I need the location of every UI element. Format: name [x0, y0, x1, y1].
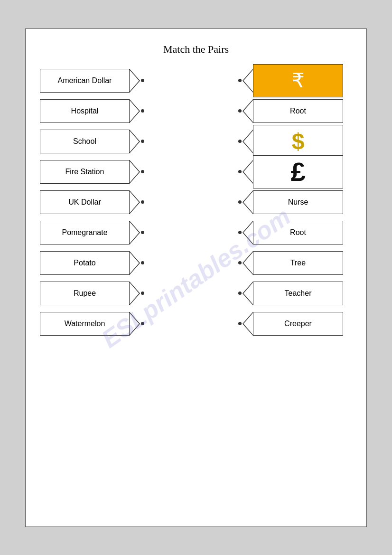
right-dot-8	[238, 292, 242, 295]
left-label-hospital: Hospital	[40, 99, 144, 123]
left-arrow-tip-3	[130, 130, 140, 153]
left-dot-7	[141, 261, 144, 264]
left-arrow-tip-inner	[130, 70, 139, 92]
pair-row-9: Watermelon Creeper	[40, 312, 352, 336]
right-arrow-tip-inner-3	[243, 131, 253, 152]
rupee-symbol-icon: ₹	[292, 69, 305, 92]
right-arrow-tip-inner-4	[243, 161, 253, 183]
right-arrow-tip-left-9	[243, 312, 253, 336]
left-label-pomegranate: Pomegranate	[40, 221, 144, 245]
left-dot	[141, 79, 144, 82]
right-arrow-tip-left	[243, 69, 253, 93]
left-label-school: School	[40, 130, 144, 153]
right-dot-4	[238, 170, 242, 173]
right-label-rupee-img: ₹	[238, 69, 352, 93]
right-dot	[238, 79, 242, 82]
right-box-nurse: Nurse	[253, 190, 343, 214]
right-label-tree: Tree	[238, 251, 352, 275]
left-arrow-tip-inner-9	[130, 313, 139, 335]
right-dot-2	[238, 109, 242, 113]
left-dot-3	[141, 140, 144, 143]
left-arrow-tip-inner-8	[130, 282, 139, 304]
left-label-potato: Potato	[40, 251, 144, 275]
left-dot-9	[141, 322, 144, 325]
right-label-nurse: Nurse	[238, 190, 352, 214]
left-dot-2	[141, 109, 144, 113]
left-box-watermelon: Watermelon	[40, 312, 130, 336]
right-label-pound-img: £	[238, 160, 352, 184]
pairs-container: American Dollar ₹	[40, 69, 352, 336]
pound-image-box: £	[253, 155, 343, 188]
left-arrow-tip-inner-4	[130, 161, 139, 183]
right-arrow-tip-left-6	[243, 221, 253, 245]
right-box-root-2: Root	[253, 221, 343, 245]
dollar-symbol-icon: $	[292, 128, 305, 154]
left-box-american-dollar: American Dollar	[40, 69, 130, 93]
right-arrow-tip-inner-5	[243, 191, 253, 213]
left-label-rupee: Rupee	[40, 282, 144, 305]
pair-row-6: Pomegranate Root	[40, 221, 352, 245]
right-label-teacher: Teacher	[238, 282, 352, 305]
pair-row-5: UK Dollar Nurse	[40, 190, 352, 214]
rupee-image-box: ₹	[253, 64, 343, 97]
left-box-potato: Potato	[40, 251, 130, 275]
right-dot-6	[238, 231, 242, 234]
right-arrow-tip-left-2	[243, 99, 253, 123]
right-label-root-2: Root	[238, 221, 352, 245]
right-box-creeper: Creeper	[253, 312, 343, 336]
right-arrow-tip-inner	[243, 70, 253, 92]
left-arrow-tip	[130, 69, 140, 93]
left-label-american-dollar: American Dollar	[40, 69, 144, 93]
pound-symbol-icon: £	[290, 156, 305, 187]
left-arrow-tip-8	[130, 282, 140, 305]
left-arrow-tip-inner-5	[130, 191, 139, 213]
left-dot-4	[141, 170, 144, 173]
right-dot-7	[238, 261, 242, 264]
left-dot-6	[141, 231, 144, 234]
pair-row-1: American Dollar ₹	[40, 69, 352, 93]
right-arrow-tip-left-8	[243, 282, 253, 305]
right-dot-9	[238, 322, 242, 325]
left-label-fire-station: Fire Station	[40, 160, 144, 184]
left-arrow-tip-inner-7	[130, 252, 139, 274]
right-arrow-tip-left-5	[243, 190, 253, 214]
left-box-rupee: Rupee	[40, 282, 130, 305]
dollar-image-box: $	[253, 125, 343, 158]
right-dot-5	[238, 200, 242, 204]
left-arrow-tip-inner-2	[130, 100, 139, 122]
left-arrow-tip-inner-6	[130, 222, 139, 244]
left-arrow-tip-6	[130, 221, 140, 245]
left-box-uk-dollar: UK Dollar	[40, 190, 130, 214]
left-dot-5	[141, 200, 144, 204]
left-box-pomegranate: Pomegranate	[40, 221, 130, 245]
right-label-dollar-img: $	[238, 130, 352, 153]
right-dot-3	[238, 140, 242, 143]
pair-row-7: Potato Tree	[40, 251, 352, 275]
right-arrow-tip-inner-8	[243, 282, 253, 304]
pair-row-8: Rupee Teacher	[40, 282, 352, 305]
pair-row-4: Fire Station £	[40, 160, 352, 184]
right-arrow-tip-left-3	[243, 130, 253, 153]
pair-row-3: School $	[40, 130, 352, 153]
left-dot-8	[141, 292, 144, 295]
right-box-tree: Tree	[253, 251, 343, 275]
right-arrow-tip-inner-9	[243, 313, 253, 335]
right-label-root-1: Root	[238, 99, 352, 123]
left-arrow-tip-2	[130, 99, 140, 123]
left-box-school: School	[40, 130, 130, 153]
right-arrow-tip-inner-6	[243, 222, 253, 244]
left-box-hospital: Hospital	[40, 99, 130, 123]
right-box-root-1: Root	[253, 99, 343, 123]
page-title: Match the Pairs	[40, 43, 352, 56]
left-arrow-tip-9	[130, 312, 140, 336]
left-label-uk-dollar: UK Dollar	[40, 190, 144, 214]
left-arrow-tip-inner-3	[130, 131, 139, 152]
page: ESLprintables.com Match the Pairs Americ…	[25, 28, 367, 527]
right-box-teacher: Teacher	[253, 282, 343, 305]
left-arrow-tip-5	[130, 190, 140, 214]
right-arrow-tip-left-4	[243, 160, 253, 184]
right-label-creeper: Creeper	[238, 312, 352, 336]
pair-row-2: Hospital Root	[40, 99, 352, 123]
left-box-fire-station: Fire Station	[40, 160, 130, 184]
right-arrow-tip-inner-2	[243, 100, 253, 122]
